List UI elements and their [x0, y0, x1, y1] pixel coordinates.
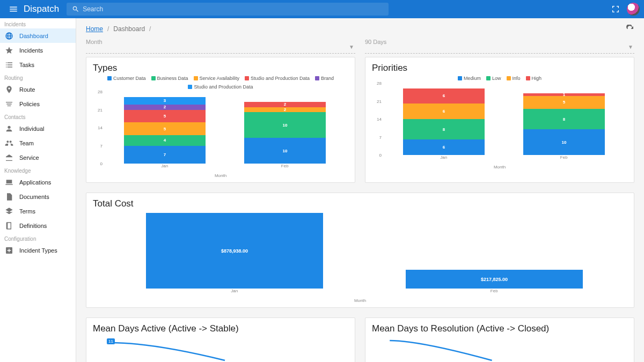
policies-icon — [4, 99, 14, 109]
bar-segment: 5 — [124, 110, 206, 123]
sidebar-group-label: Contacts — [0, 111, 76, 121]
breadcrumb-home[interactable]: Home — [86, 25, 103, 33]
sidebar-item-policies[interactable]: Policies — [0, 97, 76, 111]
sidebar-item-label: Tasks — [19, 62, 34, 68]
sidebar-item-definitions[interactable]: Definitions — [0, 218, 76, 233]
sidebar-item-dashboard[interactable]: Dashboard — [0, 28, 76, 43]
groupby-label: Month — [86, 39, 355, 46]
legend-item: Customer Data — [107, 76, 146, 81]
chevron-down-icon: ▼ — [349, 44, 354, 50]
mean-resolution-card: Mean Days to Resolution (Active -> Close… — [365, 317, 634, 362]
legend-item: Studio and Production Data — [245, 76, 310, 81]
sidebar-item-documents[interactable]: Documents — [0, 189, 76, 204]
plus-box-icon — [4, 246, 14, 255]
card-title: Priorities — [372, 63, 627, 73]
sidebar-group-label: Knowledge — [0, 165, 76, 175]
legend-item: Brand — [315, 76, 334, 81]
priorities-card: Priorities MediumLowInfoHigh 07142128 68… — [365, 57, 634, 183]
layers-icon — [4, 206, 14, 216]
bar-segment: 6 — [403, 104, 485, 119]
sidebar-group-label: Incidents — [0, 18, 76, 28]
sidebar-item-label: Team — [19, 140, 34, 146]
types-card: Types Customer DataBusiness DataService … — [86, 57, 355, 183]
sidebar-item-applications[interactable]: Applications — [0, 175, 76, 189]
sidebar-item-label: Incident Types — [19, 247, 57, 254]
sidebar-item-label: Terms — [19, 208, 35, 215]
sidebar-item-team[interactable]: Team — [0, 136, 76, 150]
main-content: Home / Dashboard / Month ▼ 90 Days ▼ Typ… — [76, 18, 644, 362]
data-point-label: 11 — [107, 338, 115, 344]
bar-segment: 2 — [124, 105, 206, 110]
search-icon — [72, 5, 79, 13]
bar-segment: 6 — [403, 88, 485, 104]
laptop-icon — [4, 178, 14, 187]
sidebar: IncidentsDashboardIncidentsTasksRoutingR… — [0, 18, 76, 362]
types-legend: Customer DataBusiness DataService Availa… — [93, 76, 348, 90]
chevron-down-icon: ▼ — [628, 44, 633, 50]
bar-segment: 3 — [124, 97, 206, 105]
refresh-button[interactable] — [626, 25, 634, 33]
hamburger-icon — [9, 4, 18, 14]
search-field[interactable] — [67, 3, 389, 16]
range-label: 90 Days — [365, 39, 634, 46]
types-chart: 07142128 745523101022 JanFeb — [105, 92, 345, 172]
bar-column: 745523 — [124, 92, 206, 164]
bar-segment: 4 — [124, 135, 206, 145]
card-title: Types — [93, 63, 348, 73]
range-select[interactable]: 90 Days ▼ — [365, 39, 634, 54]
fullscreen-button[interactable] — [606, 0, 625, 18]
legend-item: Medium — [458, 76, 481, 81]
sidebar-item-terms[interactable]: Terms — [0, 204, 76, 218]
mean-active-chart: 12 11 — [105, 336, 345, 362]
sidebar-item-incident-types[interactable]: Incident Types — [0, 243, 76, 257]
sidebar-item-label: Dashboard — [19, 33, 48, 39]
menu-button[interactable] — [4, 0, 23, 18]
bar-segment: 5 — [523, 96, 605, 109]
star-icon — [4, 46, 14, 55]
sidebar-item-route[interactable]: Route — [0, 82, 76, 97]
card-title: Mean Days Active (Active -> Stable) — [93, 323, 348, 334]
legend-item: Studio and Production Data — [188, 84, 253, 90]
legend-item: High — [526, 76, 542, 81]
sidebar-item-incidents[interactable]: Incidents — [0, 43, 76, 57]
app-header: Dispatch — [0, 0, 644, 18]
service-icon — [4, 153, 14, 162]
sidebar-item-label: Route — [19, 86, 35, 93]
legend-item: Business Data — [151, 76, 188, 81]
bar-segment: 10 — [244, 112, 326, 138]
sidebar-item-label: Service — [19, 154, 39, 161]
bar-segment: 7 — [124, 146, 206, 164]
sidebar-item-label: Incidents — [19, 47, 43, 54]
sidebar-item-service[interactable]: Service — [0, 150, 76, 165]
cost-card: Total Cost $878,938.00$217,825.00 JanFeb… — [86, 193, 634, 308]
bar-column: 6866 — [403, 83, 485, 155]
legend-item: Info — [507, 76, 521, 81]
bar-column: 10851 — [523, 83, 605, 155]
card-title: Total Cost — [93, 198, 627, 209]
priorities-chart: 07142128 686610851 JanFeb — [384, 83, 624, 164]
sidebar-group-label: Routing — [0, 72, 76, 82]
bar-segment: 5 — [124, 122, 206, 135]
group-icon — [4, 138, 14, 148]
app-brand: Dispatch — [24, 4, 59, 14]
sidebar-item-label: Individual — [19, 125, 44, 132]
groupby-select[interactable]: Month ▼ — [86, 39, 355, 54]
search-input[interactable] — [83, 5, 383, 13]
bar-segment: 6 — [403, 139, 485, 155]
user-avatar[interactable] — [627, 3, 640, 16]
sidebar-item-tasks[interactable]: Tasks — [0, 57, 76, 72]
doc-icon — [4, 192, 14, 202]
bar-column: 101022 — [244, 92, 326, 164]
bar-segment: 8 — [403, 119, 485, 139]
fullscreen-icon — [611, 5, 620, 13]
person-icon — [4, 124, 14, 134]
bar-segment: 2 — [244, 102, 326, 107]
priorities-legend: MediumLowInfoHigh — [372, 76, 627, 81]
sidebar-group-label: Configuration — [0, 233, 76, 243]
book-icon — [4, 221, 14, 231]
cost-chart: $878,938.00$217,825.00 JanFeb — [105, 211, 624, 297]
sidebar-item-individual[interactable]: Individual — [0, 121, 76, 136]
mean-active-card: Mean Days Active (Active -> Stable) 12 1… — [86, 317, 355, 362]
globe-icon — [4, 31, 14, 41]
bar-segment: 2 — [244, 107, 326, 113]
